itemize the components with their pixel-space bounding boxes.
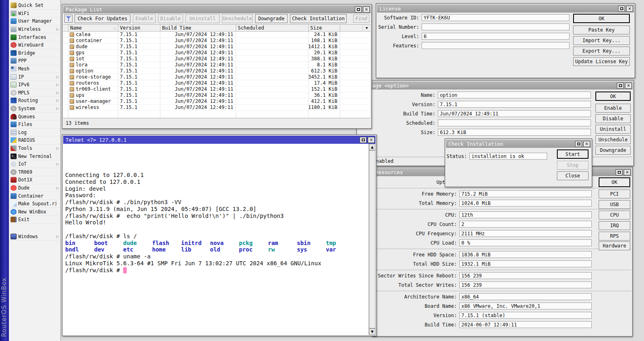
sidebar-item[interactable]: IoT ▷: [9, 160, 60, 168]
table-row[interactable]: iot 7.15.1 Jun/07/2024 12:49:11 388.1 Ki…: [63, 56, 371, 62]
field-value[interactable]: 0 %: [459, 239, 592, 246]
terminal-output[interactable]: Connecting to 127.0.0.1Connected to 127.…: [63, 144, 369, 335]
irq-button[interactable]: IRQ: [599, 221, 630, 230]
sidebar-item[interactable]: Make Supout.rif ▷: [9, 200, 60, 208]
table-row[interactable]: rose-storage 7.15.1 Jun/07/2024 12:49:11…: [63, 74, 371, 80]
table-row[interactable]: calea 7.15.1 Jun/07/2024 12:49:11 24.1 K…: [63, 32, 371, 38]
column-header-name[interactable]: Name △: [68, 25, 118, 32]
field-value[interactable]: 1932.1 MiB: [459, 260, 592, 267]
paste-key-button[interactable]: Paste Key: [573, 26, 630, 34]
field-value[interactable]: [438, 119, 591, 126]
sidebar-item[interactable]: Wireless ▷: [9, 26, 60, 34]
field-value[interactable]: 1024.0 MiB: [459, 200, 592, 207]
close-button[interactable]: ×: [626, 6, 633, 12]
sidebar-item[interactable]: MPLS ▷: [9, 89, 60, 97]
sidebar-item[interactable]: New Terminal ▷: [9, 152, 60, 160]
field-value[interactable]: [422, 42, 569, 49]
sidebar-item[interactable]: Exit ▷: [9, 216, 60, 224]
sidebar-item[interactable]: Interfaces ▷: [9, 33, 60, 41]
hardware-button[interactable]: Hardware: [599, 241, 630, 250]
scroll-up-button[interactable]: ▲: [369, 144, 375, 150]
update-license-key-button[interactable]: Update License Key: [573, 57, 630, 66]
column-header-scheduled[interactable]: Scheduled: [236, 25, 309, 32]
sidebar-item[interactable]: Log ▷: [9, 129, 60, 137]
sidebar-item[interactable]: PPP ▷: [9, 57, 60, 65]
column-header-build-time[interactable]: Build Time: [160, 25, 236, 32]
sidebar-item[interactable]: Tools ▷: [9, 145, 60, 153]
import-key-button[interactable]: Import Key...: [573, 36, 630, 45]
table-row[interactable]: tr069-client 7.15.1 Jun/07/2024 12:49:11…: [63, 86, 371, 92]
unschedule-button[interactable]: Unschedule: [222, 14, 253, 23]
close-button[interactable]: ×: [363, 6, 370, 13]
sidebar-item[interactable]: Container ▷: [9, 192, 60, 200]
maximize-button[interactable]: [618, 6, 625, 12]
field-value[interactable]: Jun/07/2024 12:49:11: [438, 110, 591, 117]
maximize-button[interactable]: [360, 137, 367, 143]
maximize-button[interactable]: [616, 169, 623, 175]
field-value[interactable]: YFTK-EK6U: [422, 14, 569, 21]
column-header-version[interactable]: Version: [118, 25, 160, 32]
table-row[interactable]: gps 7.15.1 Jun/07/2024 12:49:11 20.1 KiB: [63, 50, 371, 56]
column-menu-button[interactable]: ▼: [363, 25, 371, 32]
check-for-updates-button[interactable]: Check For Updates: [75, 14, 130, 23]
downgrade-button[interactable]: Downgrade: [255, 14, 288, 23]
sidebar-item[interactable]: TR069 ▷: [9, 168, 60, 176]
downgrade-button[interactable]: Downgrade: [595, 146, 631, 155]
table-row[interactable]: lora 7.15.1 Jun/07/2024 12:49:11 8.1 KiB: [63, 62, 371, 68]
cpu-button[interactable]: CPU: [599, 211, 630, 220]
package-list-titlebar[interactable]: Package List ×: [63, 5, 371, 13]
field-value[interactable]: x86 VMware, Inc. VMware20,1: [459, 303, 592, 309]
check-installation-titlebar[interactable]: Check Installation ×: [446, 140, 591, 148]
sidebar-item[interactable]: Quick Set ▷: [9, 2, 60, 10]
sidebar-item[interactable]: Mesh ▷: [9, 65, 60, 73]
sidebar-item[interactable]: Queues ▷: [9, 113, 60, 121]
field-value[interactable]: option: [438, 92, 591, 98]
field-value[interactable]: 1836.8 MiB: [459, 251, 592, 258]
field-value[interactable]: [422, 23, 569, 30]
table-row[interactable]: ups 7.15.1 Jun/07/2024 12:49:11 36.1 KiB: [63, 92, 371, 98]
sidebar-item[interactable]: Bridge ▷: [9, 49, 60, 58]
field-value[interactable]: 2111 MHz: [459, 230, 592, 237]
filter-button[interactable]: [64, 15, 73, 23]
pci-button[interactable]: PCI: [599, 190, 630, 198]
sidebar-item[interactable]: IP ▷: [9, 73, 60, 81]
field-value[interactable]: 156 239: [459, 272, 592, 279]
disable-button[interactable]: Disable: [595, 114, 631, 123]
usb-button[interactable]: USB: [599, 200, 630, 209]
sidebar-item[interactable]: System ▷: [9, 105, 60, 113]
column-header-size[interactable]: Size: [309, 25, 340, 32]
scroll-down-button[interactable]: ▼: [369, 328, 375, 335]
scrollbar-thumb[interactable]: [369, 150, 375, 328]
field-value[interactable]: 12th: [459, 211, 592, 218]
table-row[interactable]: user-manager 7.15.1 Jun/07/2024 12:49:11…: [63, 98, 371, 104]
disable-button[interactable]: Disable: [158, 14, 183, 23]
sidebar-item[interactable]: RADIUS ▷: [9, 136, 60, 145]
close-button[interactable]: ×: [625, 83, 632, 89]
stop-button[interactable]: Stop: [557, 161, 589, 170]
ok-button[interactable]: OK: [595, 92, 631, 101]
sidebar-item[interactable]: New WinBox ▷: [9, 208, 60, 216]
ok-button[interactable]: OK: [573, 14, 630, 23]
field-value[interactable]: 715.2 MiB: [459, 190, 592, 197]
sidebar-item[interactable]: WireGuard ▷: [9, 41, 60, 49]
unschedule-button[interactable]: Unschedule: [595, 135, 631, 144]
close-button[interactable]: ×: [368, 137, 375, 143]
field-value[interactable]: 156 239: [459, 281, 592, 288]
package-option-titlebar[interactable]: Package <option> ×: [358, 81, 633, 90]
sidebar-item-windows[interactable]: Windows ▷: [9, 233, 60, 241]
telnet-titlebar[interactable]: Telnet <7> 127.0.0.1 ×: [63, 136, 375, 144]
sidebar-item[interactable]: Files ▷: [9, 121, 60, 129]
find-button[interactable]: Find: [353, 15, 369, 23]
uninstall-button[interactable]: Uninstall: [186, 14, 220, 23]
field-value[interactable]: 2024-06-07 12:49:11: [459, 321, 592, 328]
uninstall-button[interactable]: Uninstall: [595, 125, 631, 134]
export-key-button[interactable]: Export Key...: [573, 47, 630, 55]
license-titlebar[interactable]: License ×: [377, 4, 634, 13]
close-button[interactable]: ×: [583, 141, 590, 147]
sidebar-item[interactable]: Dude ▷: [9, 184, 60, 192]
table-row[interactable]: routeros 7.15.1 Jun/07/2024 12:49:11 17.…: [63, 80, 371, 86]
rps-button[interactable]: RPS: [599, 232, 630, 241]
table-row[interactable]: container 7.15.1 Jun/07/2024 12:49:11 10…: [63, 38, 371, 44]
terminal-scrollbar[interactable]: ▲ ▼: [369, 144, 375, 335]
close-action-button[interactable]: Close: [557, 171, 589, 180]
